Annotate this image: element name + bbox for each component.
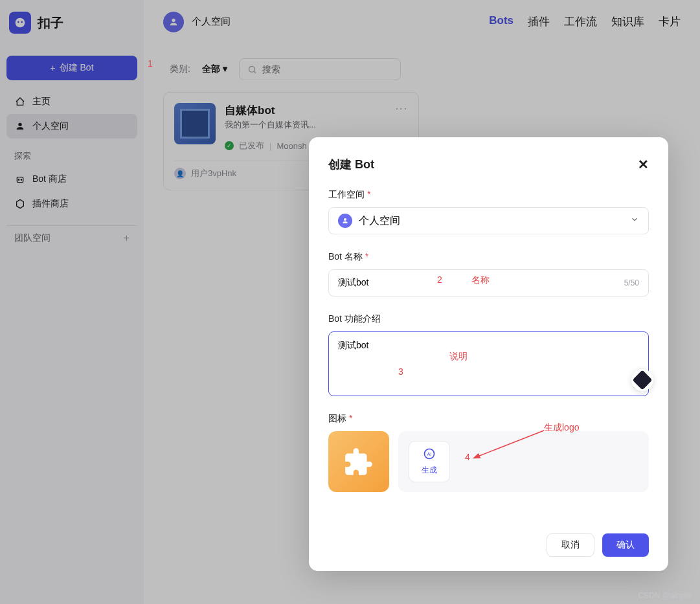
modal-footer: 取消 确认 — [547, 533, 649, 557]
name-char-count: 5/50 — [624, 278, 639, 287]
desc-textarea-wrap: 5/ — [328, 331, 649, 396]
desc-label: Bot 功能介绍 — [328, 313, 649, 325]
confirm-button[interactable]: 确认 — [602, 533, 649, 557]
generate-button[interactable]: AI 生成 — [409, 441, 450, 482]
workspace-group: 工作空间 * 个人空间 — [328, 189, 649, 234]
workspace-label: 工作空间 * — [328, 189, 649, 201]
workspace-select[interactable]: 个人空间 — [328, 207, 649, 234]
gen-label: 生成 — [422, 465, 437, 476]
svg-point-9 — [344, 218, 346, 221]
name-input-wrap: 5/50 — [328, 269, 649, 296]
svg-text:AI: AI — [427, 451, 431, 457]
float-badge[interactable] — [631, 369, 653, 391]
modal-title: 创建 Bot — [328, 157, 374, 172]
close-icon[interactable]: ✕ — [638, 157, 649, 172]
bot-name-input[interactable] — [338, 278, 624, 288]
create-bot-modal: 创建 Bot ✕ 工作空间 * 个人空间 Bot 名称 * 5/50 Bot 功… — [309, 137, 668, 571]
name-group: Bot 名称 * 5/50 — [328, 251, 649, 296]
watermark: CSDN @ainnle — [638, 591, 691, 600]
modal-header: 创建 Bot ✕ — [328, 157, 649, 172]
icon-preview[interactable] — [328, 431, 389, 492]
workspace-value: 个人空间 — [359, 214, 400, 228]
name-label: Bot 名称 * — [328, 251, 649, 263]
desc-group: Bot 功能介绍 5/ — [328, 313, 649, 396]
workspace-avatar-icon — [338, 214, 352, 228]
puzzle-icon — [343, 445, 375, 478]
ai-icon: AI — [423, 447, 436, 463]
bot-desc-textarea[interactable] — [338, 340, 639, 379]
icon-label: 图标 * — [328, 413, 649, 425]
cancel-button[interactable]: 取消 — [547, 533, 594, 557]
chevron-down-icon — [630, 215, 639, 227]
icon-gen-area: AI 生成 — [398, 431, 649, 492]
icon-group: 图标 * AI 生成 — [328, 413, 649, 492]
